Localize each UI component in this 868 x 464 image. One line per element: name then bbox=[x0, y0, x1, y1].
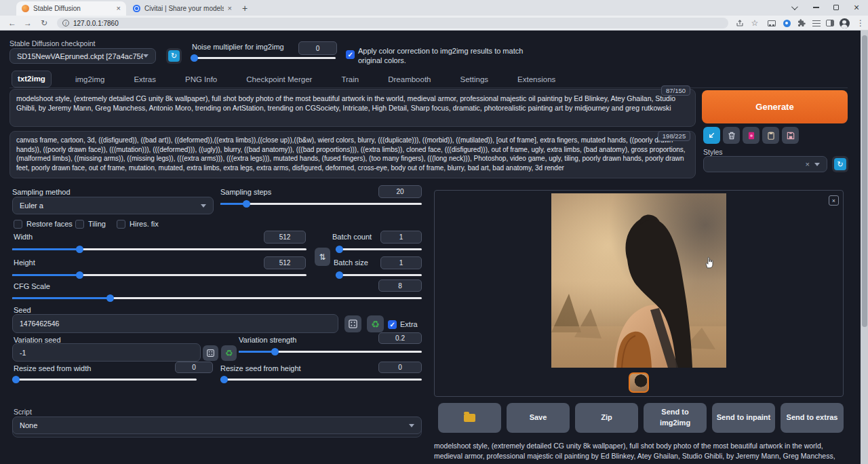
reuse-seed-button[interactable] bbox=[367, 315, 384, 332]
browser-menu-icon[interactable] bbox=[855, 18, 866, 28]
extra-networks-button[interactable] bbox=[743, 127, 760, 144]
checkpoint-refresh-button[interactable] bbox=[166, 48, 182, 64]
resize-seed-height-value[interactable]: 0 bbox=[378, 362, 422, 373]
clear-prompt-button[interactable] bbox=[723, 127, 740, 144]
bookmark-star-icon[interactable] bbox=[749, 18, 760, 28]
seed-input[interactable]: 1476462546 bbox=[12, 314, 338, 333]
width-value[interactable]: 512 bbox=[264, 231, 306, 244]
zip-button[interactable]: Zip bbox=[575, 403, 638, 433]
extensions-puzzle-icon[interactable] bbox=[796, 18, 807, 28]
back-icon[interactable] bbox=[7, 18, 18, 28]
hires-fix-checkbox[interactable] bbox=[117, 220, 125, 229]
send-to-inpaint-button[interactable]: Send to inpaint bbox=[712, 403, 775, 433]
color-correction-checkbox[interactable] bbox=[346, 50, 355, 59]
checkpoint-dropdown[interactable]: SD15NewVAEpruned.ckpt [27a4ac756c] bbox=[9, 48, 156, 64]
blue-extension-icon[interactable] bbox=[781, 18, 792, 28]
tab-close-icon[interactable] bbox=[117, 5, 121, 12]
tab-png-info[interactable]: PNG Info bbox=[180, 72, 222, 88]
send-to-img2img-button[interactable]: Send to img2img bbox=[644, 403, 707, 433]
prompt-textarea[interactable]: modelshoot style, (extremely detailed CG… bbox=[9, 89, 696, 127]
variation-seed-value: -1 bbox=[20, 349, 193, 357]
script-dropdown[interactable]: None bbox=[12, 417, 422, 434]
sampling-method-dropdown[interactable]: Euler a bbox=[12, 197, 214, 214]
tab-extras[interactable]: Extras bbox=[128, 72, 161, 88]
share-icon[interactable] bbox=[734, 18, 745, 28]
resize-seed-width-slider[interactable] bbox=[12, 375, 197, 383]
save-style-button[interactable] bbox=[782, 127, 799, 144]
variation-strength-value[interactable]: 0.2 bbox=[378, 332, 422, 344]
sampling-steps-value[interactable]: 20 bbox=[378, 185, 422, 198]
batch-size-slider[interactable] bbox=[336, 271, 422, 279]
resize-seed-height-slider[interactable] bbox=[220, 375, 422, 383]
tab-settings[interactable]: Settings bbox=[455, 72, 494, 88]
chevron-down-icon bbox=[201, 204, 206, 208]
noise-multiplier-value[interactable]: 0 bbox=[298, 41, 337, 55]
height-value[interactable]: 512 bbox=[264, 256, 306, 269]
browser-tab-strip: Stable Diffusion Civitai | Share your mo… bbox=[0, 0, 868, 16]
generate-button[interactable]: Generate bbox=[702, 90, 848, 123]
tab-img2img[interactable]: img2img bbox=[70, 72, 110, 88]
seed-value: 1476462546 bbox=[20, 320, 331, 328]
read-generation-params-button[interactable] bbox=[703, 127, 720, 144]
noise-multiplier-slider[interactable] bbox=[191, 54, 336, 62]
profile-avatar[interactable] bbox=[839, 18, 850, 28]
batch-count-slider[interactable] bbox=[336, 245, 422, 253]
folder-icon bbox=[464, 414, 475, 422]
browser-tab-stable-diffusion[interactable]: Stable Diffusion bbox=[16, 1, 126, 16]
cfg-scale-slider[interactable] bbox=[12, 294, 422, 302]
variation-strength-slider[interactable] bbox=[239, 347, 422, 355]
url-text: 127.0.0.1:7860 bbox=[73, 20, 119, 27]
new-tab-button[interactable] bbox=[239, 3, 251, 15]
window-minimize-button[interactable] bbox=[806, 0, 826, 15]
clear-styles-icon[interactable] bbox=[806, 160, 810, 168]
resize-seed-width-value[interactable]: 0 bbox=[175, 362, 213, 373]
tab-txt2img[interactable]: txt2img bbox=[12, 71, 52, 88]
site-info-icon[interactable] bbox=[62, 20, 69, 26]
refresh-icon bbox=[168, 50, 180, 62]
save-button[interactable]: Save bbox=[507, 403, 570, 433]
tiling-checkbox[interactable] bbox=[75, 220, 84, 229]
styles-dropdown[interactable] bbox=[703, 156, 827, 172]
random-variation-seed-button[interactable] bbox=[203, 345, 218, 361]
generated-image[interactable] bbox=[551, 193, 726, 368]
window-restore-button[interactable] bbox=[826, 0, 846, 15]
forward-icon[interactable] bbox=[22, 18, 33, 28]
window-close-button[interactable] bbox=[846, 0, 867, 15]
cfg-scale-value[interactable]: 8 bbox=[378, 279, 422, 292]
reload-icon[interactable] bbox=[39, 18, 50, 28]
width-slider[interactable] bbox=[12, 245, 307, 253]
send-to-extras-button[interactable]: Send to extras bbox=[781, 403, 844, 433]
gallery-thumbnail[interactable] bbox=[629, 372, 649, 393]
batch-count-value[interactable]: 1 bbox=[380, 231, 422, 244]
tab-close-icon[interactable] bbox=[228, 5, 232, 12]
negative-prompt-textarea[interactable]: canvas frame, cartoon, 3d, ((disfigured)… bbox=[9, 131, 696, 178]
chrome-menu-chevron-icon[interactable] bbox=[783, 0, 804, 15]
address-bar[interactable]: 127.0.0.1:7860 bbox=[57, 18, 728, 28]
extra-seed-checkbox[interactable] bbox=[388, 320, 397, 329]
reading-list-icon[interactable] bbox=[811, 18, 822, 28]
batch-size-value[interactable]: 1 bbox=[380, 256, 422, 269]
random-seed-button[interactable] bbox=[344, 315, 361, 332]
height-slider[interactable] bbox=[12, 271, 307, 279]
swap-width-height-button[interactable] bbox=[315, 248, 330, 266]
apply-styles-button[interactable] bbox=[762, 127, 779, 144]
prompt-token-counter: 87/150 bbox=[661, 85, 690, 96]
recycle-icon bbox=[225, 348, 233, 358]
side-panel-icon[interactable] bbox=[825, 18, 835, 28]
variation-seed-input[interactable]: -1 bbox=[12, 343, 201, 362]
open-folder-button[interactable] bbox=[438, 403, 501, 433]
close-image-icon[interactable] bbox=[829, 195, 839, 206]
tab-checkpoint-merger[interactable]: Checkpoint Merger bbox=[241, 72, 317, 88]
scrollbar-thumb[interactable] bbox=[862, 35, 867, 327]
reuse-variation-seed-button[interactable] bbox=[221, 345, 237, 361]
styles-refresh-button[interactable] bbox=[832, 156, 848, 172]
clipboard-icon bbox=[766, 131, 776, 140]
browser-tab-civitai[interactable]: Civitai | Share your models bbox=[127, 1, 237, 16]
tab-train[interactable]: Train bbox=[336, 72, 364, 88]
sampling-steps-slider[interactable] bbox=[220, 199, 422, 208]
tab-dreambooth[interactable]: Dreambooth bbox=[382, 72, 436, 88]
sampling-steps-label: Sampling steps bbox=[220, 188, 271, 196]
media-extension-icon[interactable] bbox=[766, 18, 777, 28]
restore-faces-checkbox[interactable] bbox=[14, 220, 22, 229]
tab-extensions[interactable]: Extensions bbox=[512, 72, 561, 88]
